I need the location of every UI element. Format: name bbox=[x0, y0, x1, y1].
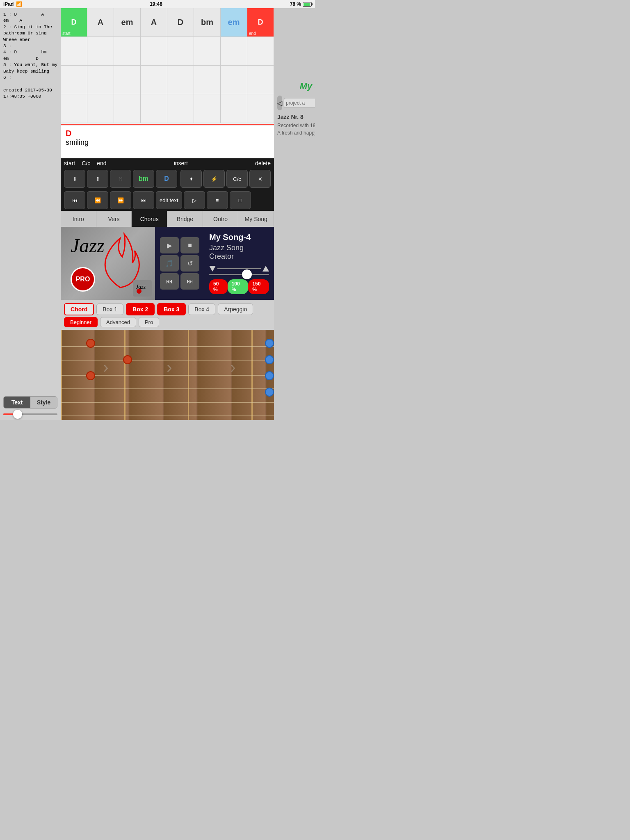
toolbar-start[interactable]: start bbox=[64, 160, 75, 167]
red-separator bbox=[61, 124, 274, 125]
project-input[interactable] bbox=[284, 98, 315, 108]
btn-skip-back[interactable]: ⏮ bbox=[64, 191, 85, 209]
player-stop-btn[interactable]: ■ bbox=[180, 237, 199, 253]
speed-min-icon bbox=[209, 266, 216, 272]
btn-dots[interactable]: ⁙ bbox=[110, 170, 131, 188]
speed-max-icon bbox=[262, 266, 269, 272]
tab-bridge[interactable]: Bridge bbox=[167, 211, 203, 227]
center-panel: Dstart A em A D bm em Dend bbox=[61, 8, 274, 420]
battery-percent: 78 % bbox=[290, 1, 301, 7]
btn-lightning[interactable]: ⚡ bbox=[203, 170, 225, 188]
chord-cell-A2[interactable]: A bbox=[141, 8, 167, 37]
speed-150[interactable]: 150 % bbox=[248, 279, 269, 294]
chord-letter: D bbox=[66, 129, 269, 138]
status-bar: iPad 📶 19:48 78 % bbox=[0, 0, 315, 8]
tab-my-song[interactable]: My Song bbox=[238, 211, 274, 227]
tab-box3[interactable]: Box 3 bbox=[157, 303, 186, 315]
player-loop-btn[interactable]: ↺ bbox=[180, 255, 199, 272]
device-label: iPad bbox=[3, 1, 14, 7]
dot-red-1 bbox=[86, 339, 95, 348]
chord-cell-D1[interactable]: D bbox=[167, 8, 194, 37]
song-item-jazz9[interactable]: Jazz9 bbox=[277, 63, 315, 75]
dot-red-3 bbox=[86, 371, 95, 380]
btn-skip-forward[interactable]: ⏭ bbox=[133, 191, 154, 209]
tab-advanced[interactable]: Advanced bbox=[100, 317, 136, 327]
player-record-btn[interactable]: 🎵 bbox=[160, 255, 179, 272]
chord-cell-A1[interactable]: A bbox=[87, 8, 114, 37]
dot-blue-3 bbox=[265, 355, 274, 364]
btn-x[interactable]: ✕ bbox=[249, 170, 271, 188]
song-item-jazz6[interactable]: Jazz6 bbox=[277, 24, 315, 36]
speed-control: 50 % 100 % 150 % bbox=[209, 266, 269, 294]
chord-cell-start[interactable]: Dstart bbox=[61, 8, 87, 37]
svg-text:Jazz: Jazz bbox=[136, 284, 146, 290]
song-text: 1 : D A em A 2 : Sing it in The bathroom… bbox=[3, 11, 57, 393]
btn-stop[interactable]: □ bbox=[230, 191, 251, 209]
toolbar-delete[interactable]: delete bbox=[255, 160, 271, 167]
btn-bm[interactable]: bm bbox=[133, 170, 154, 188]
btn-down-arrow[interactable]: ⇓ bbox=[64, 170, 85, 188]
dot-blue-1 bbox=[265, 339, 274, 348]
speed-slider[interactable] bbox=[209, 274, 269, 275]
chord-row-4 bbox=[61, 94, 274, 123]
btn-D[interactable]: D bbox=[156, 170, 177, 188]
edit-buttons-row1: ⇓ ⇑ ⁙ bm D ✦ ⚡ C/c ✕ bbox=[61, 168, 274, 189]
btn-up-arrow[interactable]: ⇑ bbox=[87, 170, 108, 188]
speed-100[interactable]: 100 % bbox=[228, 279, 249, 294]
song-item-jazz5[interactable]: Jazz5 bbox=[277, 11, 315, 24]
btn-edit-text[interactable]: edit text bbox=[156, 191, 182, 209]
player-info: My Song-4 Jazz Song Creator 50 % bbox=[204, 227, 274, 300]
btn-rewind[interactable]: ⏪ bbox=[87, 191, 108, 209]
tab-box2[interactable]: Box 2 bbox=[126, 303, 155, 315]
player-song-title: My Song-4 bbox=[209, 233, 269, 242]
string-4 bbox=[61, 388, 274, 389]
tab-chord[interactable]: Chord bbox=[64, 303, 94, 315]
fretboard: › › › › bbox=[61, 330, 274, 420]
chord-cell-em1[interactable]: em bbox=[114, 8, 141, 37]
player-song-subtitle: Jazz Song Creator bbox=[209, 244, 269, 261]
tab-beginner[interactable]: Beginner bbox=[64, 317, 98, 327]
btn-cc[interactable]: C/c bbox=[226, 170, 248, 188]
nav-prev-btn[interactable]: ◁ bbox=[277, 96, 282, 110]
tab-box1[interactable]: Box 1 bbox=[96, 304, 123, 315]
toolbar-cc[interactable]: C/c bbox=[82, 160, 90, 167]
chord-cell-bm[interactable]: bm bbox=[194, 8, 221, 37]
speed-50[interactable]: 50 % bbox=[209, 279, 228, 294]
mini-logo: Jazz bbox=[133, 280, 152, 297]
tab-vers[interactable]: Vers bbox=[96, 211, 132, 227]
player-play-btn[interactable]: ▶ bbox=[160, 237, 179, 253]
chord-cell-end[interactable]: Dend bbox=[247, 8, 274, 37]
chord-cell-em-selected[interactable]: em bbox=[221, 8, 247, 37]
tab-outro[interactable]: Outro bbox=[203, 211, 239, 227]
text-style-toggle: Text Style bbox=[3, 396, 57, 409]
toolbar-end[interactable]: end bbox=[97, 160, 106, 167]
btn-equals[interactable]: ≡ bbox=[207, 191, 228, 209]
tab-intro[interactable]: Intro bbox=[61, 211, 96, 227]
tab-chorus[interactable]: Chorus bbox=[132, 211, 167, 227]
edit-buttons-row2: ⏮ ⏪ ⏩ ⏭ edit text ▷ ≡ □ bbox=[61, 189, 274, 211]
edit-toolbar: start C/c end insert delete bbox=[61, 158, 274, 168]
text-toggle-btn[interactable]: Text bbox=[4, 397, 30, 408]
btn-sparkle[interactable]: ✦ bbox=[180, 170, 202, 188]
btn-forward[interactable]: ⏩ bbox=[110, 191, 131, 209]
arrow-3: › bbox=[223, 357, 243, 377]
song-item-jazz8[interactable]: Jazz8 bbox=[277, 48, 315, 63]
player-next-btn[interactable]: ⏭ bbox=[180, 273, 199, 290]
chord-row-1: Dstart A em A D bm em Dend bbox=[61, 8, 274, 37]
time-display: 19:48 bbox=[150, 1, 162, 7]
tab-box4[interactable]: Box 4 bbox=[188, 304, 215, 315]
style-toggle-btn[interactable]: Style bbox=[30, 397, 57, 408]
player-prev-btn[interactable]: ⏮ bbox=[160, 273, 179, 290]
text-size-slider[interactable] bbox=[3, 412, 57, 417]
song-detail-desc: Recorded with 190 BPMA fresh and happy S… bbox=[277, 122, 315, 137]
btn-play-tri[interactable]: ▷ bbox=[184, 191, 205, 209]
arrow-2: › bbox=[159, 357, 180, 377]
chord-row-2 bbox=[61, 37, 274, 66]
tab-arpeggio[interactable]: Arpeggio bbox=[218, 304, 253, 315]
tab-pro[interactable]: Pro bbox=[139, 317, 159, 327]
song-item-jazz7[interactable]: Jazz7 bbox=[277, 36, 315, 48]
player-area: Jazz PRO Jazz ▶ ■ bbox=[61, 227, 274, 300]
right-panel: Jazz5 Jazz6 Jazz7 Jazz8 Jazz9 My Song-4 … bbox=[274, 8, 315, 420]
string-6 bbox=[61, 415, 274, 416]
toolbar-insert[interactable]: insert bbox=[174, 160, 188, 167]
